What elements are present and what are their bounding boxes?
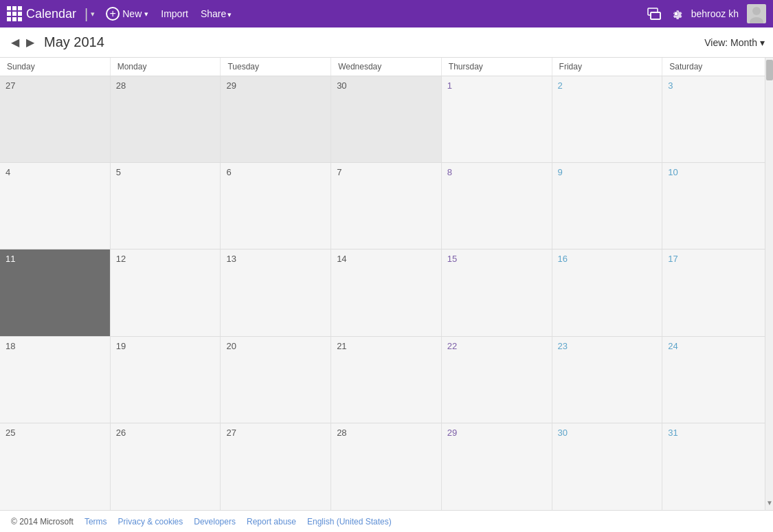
calendar-container: SundayMondayTuesdayWednesdayThursdayFrid…: [0, 58, 773, 510]
calendar-cell[interactable]: 25: [0, 423, 111, 510]
calendar-cell[interactable]: 13: [221, 250, 331, 335]
svg-point-4: [750, 17, 763, 23]
calendar-cell[interactable]: 5: [111, 163, 221, 249]
calendar-cell[interactable]: 23: [552, 337, 663, 423]
day-number: 6: [226, 167, 231, 177]
terms-link[interactable]: Terms: [85, 517, 107, 527]
scrollbar-bottom-arrow[interactable]: ▼: [766, 497, 773, 508]
day-header-friday: Friday: [552, 58, 663, 76]
app-dropdown-arrow[interactable]: ▾: [91, 10, 95, 19]
user-name[interactable]: behrooz kh: [691, 8, 739, 19]
new-button[interactable]: + New ▾: [106, 7, 148, 21]
header-divider: |: [85, 6, 88, 22]
day-number: 30: [337, 80, 346, 91]
calendar-cell[interactable]: 19: [111, 337, 221, 423]
day-number: 17: [668, 254, 677, 264]
prev-month-button[interactable]: ◀: [8, 34, 22, 50]
day-number: 10: [668, 167, 677, 177]
day-headers: SundayMondayTuesdayWednesdayThursdayFrid…: [0, 58, 773, 76]
calendar-cell[interactable]: 27: [221, 423, 331, 510]
calendar-cell[interactable]: 14: [331, 250, 442, 335]
calendar-cell[interactable]: 31: [662, 423, 773, 510]
calendar-cell[interactable]: 16: [552, 250, 663, 335]
calendar-cell[interactable]: 8: [442, 163, 552, 249]
day-header-monday: Monday: [111, 58, 221, 76]
calendar-cell[interactable]: 17: [662, 250, 773, 335]
calendar-cell[interactable]: 10: [662, 163, 773, 249]
report-link[interactable]: Report abuse: [247, 517, 296, 527]
subheader: ◀ ▶ May 2014 View: Month ▾: [0, 27, 773, 58]
calendar-cell[interactable]: 28: [111, 76, 221, 162]
calendar-cell[interactable]: 26: [111, 423, 221, 510]
day-number: 30: [558, 428, 568, 438]
calendar-cell[interactable]: 28: [331, 423, 442, 510]
language-link[interactable]: English (United States): [307, 517, 392, 527]
import-button[interactable]: Import: [161, 8, 188, 19]
view-selector[interactable]: View: Month ▾: [704, 37, 765, 48]
calendar-cell[interactable]: 20: [221, 337, 331, 423]
app-title: Calendar: [26, 7, 76, 21]
calendar-week-1: 45678910: [0, 163, 773, 250]
day-number: 21: [337, 341, 346, 351]
scrollbar-thumb[interactable]: [766, 60, 773, 80]
calendar-cell[interactable]: 11: [0, 250, 111, 335]
calendar-cell[interactable]: 22: [442, 337, 552, 423]
day-header-thursday: Thursday: [442, 58, 552, 76]
privacy-link[interactable]: Privacy & cookies: [118, 517, 183, 527]
day-number: 4: [5, 167, 10, 177]
day-number: 1: [447, 80, 452, 91]
calendar-cell[interactable]: 9: [552, 163, 663, 249]
calendar-cell[interactable]: 30: [552, 423, 663, 510]
calendar-cell[interactable]: 3: [662, 76, 773, 162]
calendar-cell[interactable]: 15: [442, 250, 552, 335]
day-number: 27: [226, 428, 236, 438]
day-number: 29: [447, 428, 457, 438]
developers-link[interactable]: Developers: [194, 517, 236, 527]
calendar-cell[interactable]: 6: [221, 163, 331, 249]
day-number: 28: [116, 80, 126, 91]
day-number: 27: [5, 80, 15, 91]
calendar-week-4: 25262728293031: [0, 423, 773, 510]
messages-button[interactable]: [647, 8, 661, 20]
day-number: 3: [668, 80, 673, 91]
calendar-cell[interactable]: 29: [221, 76, 331, 162]
view-dropdown-arrow: ▾: [760, 37, 765, 48]
day-header-tuesday: Tuesday: [221, 58, 331, 76]
day-number: 12: [116, 254, 126, 264]
calendar-cell[interactable]: 7: [331, 163, 442, 249]
avatar[interactable]: [747, 4, 766, 23]
month-nav: ◀ ▶: [8, 34, 37, 50]
day-header-wednesday: Wednesday: [331, 58, 442, 76]
calendar-cell[interactable]: 1: [442, 76, 552, 162]
calendar-cell[interactable]: 24: [662, 337, 773, 423]
calendar-cell[interactable]: 2: [552, 76, 663, 162]
share-button[interactable]: Share▾: [201, 8, 232, 19]
calendar-cell[interactable]: 18: [0, 337, 111, 423]
calendar-week-2: 11121314151617: [0, 250, 773, 336]
day-header-sunday: Sunday: [0, 58, 111, 76]
day-number: 18: [5, 341, 15, 351]
day-number: 2: [558, 80, 563, 91]
day-number: 14: [337, 254, 346, 264]
footer: © 2014 Microsoft Terms Privacy & cookies…: [0, 510, 773, 532]
day-number: 8: [447, 167, 452, 177]
day-number: 13: [226, 254, 236, 264]
month-title: May 2014: [44, 34, 104, 50]
day-number: 26: [116, 428, 126, 438]
new-dropdown-arrow[interactable]: ▾: [144, 10, 148, 19]
scrollbar[interactable]: ▼: [765, 58, 773, 510]
day-number: 5: [116, 167, 121, 177]
logo-area: Calendar: [7, 6, 76, 21]
next-month-button[interactable]: ▶: [23, 34, 37, 50]
day-number: 24: [668, 341, 677, 351]
day-number: 15: [447, 254, 457, 264]
calendar-cell[interactable]: 29: [442, 423, 552, 510]
calendar-cell[interactable]: 12: [111, 250, 221, 335]
calendar-cell[interactable]: 4: [0, 163, 111, 249]
calendar-cell[interactable]: 30: [331, 76, 442, 162]
calendar-cell[interactable]: 21: [331, 337, 442, 423]
day-number: 7: [337, 167, 341, 177]
day-number: 23: [558, 341, 568, 351]
settings-button[interactable]: [669, 7, 683, 21]
calendar-cell[interactable]: 27: [0, 76, 111, 162]
